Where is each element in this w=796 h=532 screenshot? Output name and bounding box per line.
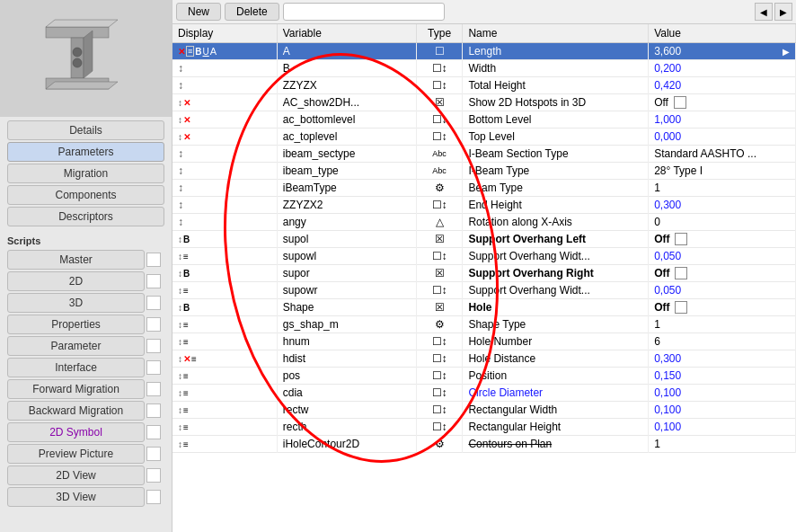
display-cell: ↕ — [172, 77, 277, 94]
3d-checkbox[interactable] — [146, 296, 161, 310]
table-row[interactable]: ↕ ZZYZX ☐↕ Total Height 0,420 — [172, 77, 796, 94]
parameter-checkbox[interactable] — [146, 339, 161, 353]
sidebar-item-parameter[interactable]: Parameter — [7, 336, 145, 356]
sidebar-item-properties[interactable]: Properties — [7, 315, 145, 334]
display-cell: ↕ ≡ — [172, 282, 277, 299]
value-cell: 1 — [649, 180, 796, 197]
table-row[interactable]: ↕ ibeam_type Abc I-Beam Type 28° Type I — [172, 163, 796, 180]
sidebar-item-2d[interactable]: 2D — [7, 271, 145, 291]
table-row[interactable]: ↕ ≡ pos ☐↕ Position 0,150 — [172, 368, 796, 385]
sidebar-item-3d-view[interactable]: 3D View — [7, 487, 145, 507]
sidebar-item-2d-symbol[interactable]: 2D Symbol — [7, 422, 145, 442]
table-row[interactable]: ↕ ≡ iHoleContour2D ⚙ Contours on Plan 1 — [172, 436, 796, 453]
value-cell: 1 — [649, 436, 796, 453]
sidebar-item-preview-picture[interactable]: Preview Picture — [7, 444, 145, 464]
sidebar-item-2d-view[interactable]: 2D View — [7, 466, 145, 485]
sidebar-item-interface[interactable]: Interface — [7, 358, 145, 377]
interface-checkbox[interactable] — [146, 360, 161, 375]
next-button[interactable]: ▶ — [774, 3, 792, 21]
supol-checkbox[interactable] — [675, 233, 687, 245]
table-row[interactable]: ↕ B supol ☒ Support Overhang Left Off — [172, 231, 796, 248]
name-cell: I-Beam Type — [463, 163, 649, 180]
display-cell: ↕ ✕ — [172, 129, 277, 146]
properties-checkbox[interactable] — [146, 317, 161, 332]
table-row[interactable]: ↕ ✕ ac_bottomlevel ☐↕ Bottom Level 1,000 — [172, 111, 796, 129]
search-input[interactable] — [283, 3, 445, 21]
2d-view-checkbox[interactable] — [146, 468, 161, 483]
table-row[interactable]: ↕ ≡ supowr ☐↕ Support Overhang Widt... 0… — [172, 282, 796, 299]
2d-symbol-checkbox[interactable] — [146, 425, 161, 439]
3d-view-checkbox[interactable] — [146, 490, 161, 504]
sidebar-item-master[interactable]: Master — [7, 250, 145, 270]
table-row[interactable]: ↕ ≡ cdia ☐↕ Circle Diameter 0,100 — [172, 385, 796, 402]
supor-checkbox[interactable] — [675, 267, 687, 279]
name-cell: Contours on Plan — [463, 436, 649, 453]
variable-cell: ZZYZX — [277, 77, 416, 94]
table-row[interactable]: ↕ B supor ☒ Support Overhang Right Off — [172, 265, 796, 282]
sidebar-item-details[interactable]: Details — [7, 120, 164, 140]
value-cell: 0,420 — [649, 77, 796, 94]
sidebar-item-descriptors[interactable]: Descriptors — [7, 207, 164, 226]
type-cell: ☐ — [416, 43, 463, 60]
master-checkbox[interactable] — [146, 253, 161, 267]
sidebar-item-migration[interactable]: Migration — [7, 164, 164, 183]
type-cell: ☒ — [416, 299, 463, 316]
type-cell: ☐↕ — [416, 60, 463, 77]
value-cell: 6 — [649, 333, 796, 350]
sidebar-nav: Details Parameters Migration Components … — [0, 117, 172, 230]
sidebar-item-forward-migration[interactable]: Forward Migration — [7, 379, 145, 399]
table-row[interactable]: ↕ ≡ supowl ☐↕ Support Overhang Widt... 0… — [172, 248, 796, 265]
table-row[interactable]: ✕ ≡ B U A A ☐ Length 3,600 ▶ — [172, 43, 796, 60]
table-row[interactable]: ↕ B Shape ☒ Hole Off — [172, 299, 796, 316]
type-cell: ☒ — [416, 94, 463, 111]
2d-checkbox[interactable] — [146, 274, 161, 288]
name-cell: I-Beam Section Type — [463, 146, 649, 163]
variable-cell: ac_toplevel — [277, 129, 416, 146]
table-row[interactable]: ↕ ✕ ac_toplevel ☐↕ Top Level 0,000 — [172, 129, 796, 146]
parameters-table: Display Variable Type Name Value ✕ ≡ — [172, 24, 796, 453]
new-button[interactable]: New — [176, 3, 221, 21]
value-cell: 0,300 — [649, 350, 796, 368]
name-cell: Total Height — [463, 77, 649, 94]
type-cell: ☐↕ — [416, 197, 463, 214]
sidebar-item-backward-migration[interactable]: Backward Migration — [7, 401, 145, 421]
type-cell: ☐↕ — [416, 350, 463, 368]
table-row[interactable]: ↕ ≡ rectw ☐↕ Rectangular Width 0,100 — [172, 402, 796, 419]
sidebar-item-components[interactable]: Components — [7, 185, 164, 205]
value-cell: 1,000 — [649, 111, 796, 129]
table-row[interactable]: ↕ ≡ gs_shap_m ⚙ Shape Type 1 — [172, 316, 796, 333]
sidebar-item-3d[interactable]: 3D — [7, 293, 145, 313]
table-row[interactable]: ↕ ZZYZX2 ☐↕ End Height 0,300 — [172, 197, 796, 214]
sidebar-item-parameters[interactable]: Parameters — [7, 142, 164, 162]
type-cell: ☐↕ — [416, 333, 463, 350]
display-cell: ↕ ≡ — [172, 368, 277, 385]
display-cell: ↕ ≡ — [172, 436, 277, 453]
type-cell: ☒ — [416, 231, 463, 248]
forward-migration-checkbox[interactable] — [146, 382, 161, 396]
name-cell: Hole — [463, 299, 649, 316]
table-row[interactable]: ↕ B ☐↕ Width 0,200 — [172, 60, 796, 77]
table-row[interactable]: ↕ angy △ Rotation along X-Axis 0 — [172, 214, 796, 231]
table-row[interactable]: ↕ ✕ ≡ hdist ☐↕ Hole Distance 0,300 — [172, 350, 796, 368]
col-header-display: Display — [172, 24, 277, 43]
table-row[interactable]: ↕ ibeam_sectype Abc I-Beam Section Type … — [172, 146, 796, 163]
variable-cell: Shape — [277, 299, 416, 316]
table-row[interactable]: ↕ ≡ hnum ☐↕ Hole Number 6 — [172, 333, 796, 350]
value-cell: 0,050 — [649, 248, 796, 265]
svg-point-7 — [73, 58, 82, 67]
col-header-name: Name — [463, 24, 649, 43]
display-cell: ↕ B — [172, 265, 277, 282]
backward-migration-checkbox[interactable] — [146, 403, 161, 418]
shape-checkbox[interactable] — [675, 301, 687, 314]
display-cell: ✕ ≡ B U A — [172, 43, 277, 60]
type-cell: ☐↕ — [416, 111, 463, 129]
preview-picture-checkbox[interactable] — [146, 447, 161, 461]
table-row[interactable]: ↕ ≡ recth ☐↕ Rectangular Height 0,100 — [172, 419, 796, 436]
off-checkbox[interactable] — [674, 96, 686, 109]
display-cell: ↕ ≡ — [172, 385, 277, 402]
delete-button[interactable]: Delete — [225, 3, 279, 21]
prev-button[interactable]: ◀ — [755, 3, 773, 21]
name-cell: Support Overhang Left — [463, 231, 649, 248]
table-row[interactable]: ↕ iBeamType ⚙ Beam Type 1 — [172, 180, 796, 197]
table-row[interactable]: ↕ ✕ AC_show2DH... ☒ Show 2D Hotspots in … — [172, 94, 796, 111]
